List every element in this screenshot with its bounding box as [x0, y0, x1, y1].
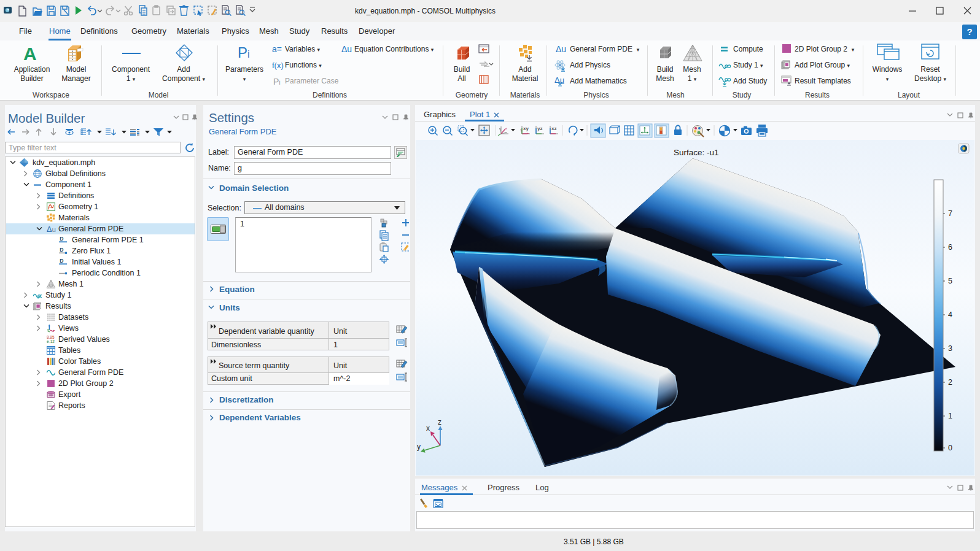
svg-text:D: D	[60, 236, 63, 242]
svg-text:1: 1	[948, 412, 952, 420]
svg-text:y: y	[417, 442, 421, 451]
svg-text:D: D	[60, 258, 63, 264]
svg-text:e-12: e-12	[47, 339, 55, 344]
svg-text:4: 4	[948, 310, 952, 319]
svg-text:7: 7	[948, 209, 952, 218]
svg-text:3: 3	[948, 344, 952, 353]
svg-text:Surface: -u1: Surface: -u1	[674, 148, 719, 157]
svg-text:x: x	[426, 424, 430, 433]
svg-text:5: 5	[948, 277, 952, 285]
svg-text:yz: yz	[537, 126, 542, 131]
svg-text:z: z	[438, 418, 441, 426]
svg-text:xy: xy	[523, 126, 529, 131]
svg-text:xz: xz	[551, 126, 556, 131]
svg-text:0: 0	[948, 444, 952, 452]
svg-text:D: D	[60, 247, 63, 253]
svg-text:u: u	[52, 225, 56, 233]
svg-text:2: 2	[948, 378, 952, 387]
svg-text:6: 6	[948, 243, 952, 252]
